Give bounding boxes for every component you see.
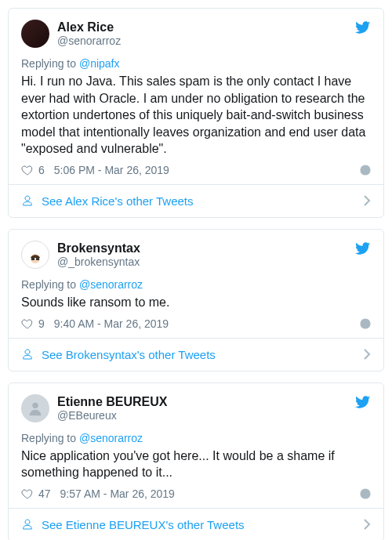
info-icon[interactable] bbox=[360, 318, 371, 329]
twitter-bird-icon[interactable] bbox=[355, 20, 371, 35]
tweet-card: Brokensyntax @_brokensyntax Replying to … bbox=[8, 229, 384, 371]
reply-prefix: Replying to bbox=[21, 57, 79, 70]
see-more-label: See Etienne BEUREUX's other Tweets bbox=[42, 518, 245, 531]
avatar[interactable] bbox=[21, 241, 49, 269]
heart-icon bbox=[21, 164, 34, 176]
tweet-card: Etienne BEUREUX @EBeureux Replying to @s… bbox=[8, 382, 384, 540]
like-button[interactable]: 47 bbox=[21, 487, 60, 500]
chevron-right-icon bbox=[363, 195, 371, 206]
author-block[interactable]: Alex Rice @senorarroz bbox=[57, 20, 121, 48]
meta-row: 47 9:57 AM - Mar 26, 2019 bbox=[21, 487, 371, 500]
info-icon[interactable] bbox=[360, 488, 371, 499]
handle: @EBeureux bbox=[57, 409, 167, 422]
reply-line: Replying to @senorarroz bbox=[21, 278, 371, 291]
svg-rect-4 bbox=[31, 258, 34, 260]
handle: @senorarroz bbox=[57, 34, 121, 48]
handle: @_brokensyntax bbox=[57, 256, 140, 269]
see-more-label: See Alex Rice's other Tweets bbox=[42, 194, 194, 208]
tweet-body: Etienne BEUREUX @EBeureux Replying to @s… bbox=[9, 383, 383, 508]
heart-icon bbox=[21, 317, 34, 330]
timestamp[interactable]: 9:57 AM - Mar 26, 2019 bbox=[60, 487, 175, 500]
meta-row: 6 5:06 PM - Mar 26, 2019 bbox=[21, 164, 371, 176]
reply-line: Replying to @senorarroz bbox=[21, 432, 371, 444]
reply-prefix: Replying to bbox=[21, 432, 79, 444]
tweet-header: Brokensyntax @_brokensyntax bbox=[21, 241, 371, 269]
tweet-header: Etienne BEUREUX @EBeureux bbox=[21, 394, 371, 422]
meta-row: 9 9:40 AM - Mar 26, 2019 bbox=[21, 317, 371, 330]
display-name: Alex Rice bbox=[57, 20, 121, 34]
avatar[interactable] bbox=[21, 394, 49, 422]
reply-mention[interactable]: @senorarroz bbox=[79, 432, 143, 444]
tweet-text: Sounds like ransom to me. bbox=[21, 294, 371, 311]
tweet-body: Brokensyntax @_brokensyntax Replying to … bbox=[9, 230, 383, 338]
like-button[interactable]: 9 bbox=[21, 317, 54, 330]
timestamp[interactable]: 5:06 PM - Mar 26, 2019 bbox=[54, 164, 169, 176]
svg-point-1 bbox=[365, 167, 366, 169]
svg-point-11 bbox=[365, 491, 366, 492]
see-other-tweets-link[interactable]: See Brokensyntax's other Tweets bbox=[9, 338, 383, 371]
tweet-card: Alex Rice @senorarroz Replying to @nipaf… bbox=[8, 8, 384, 218]
author-block[interactable]: Etienne BEUREUX @EBeureux bbox=[57, 394, 167, 422]
twitter-bird-icon[interactable] bbox=[355, 241, 371, 256]
person-icon bbox=[21, 518, 34, 531]
like-button[interactable]: 6 bbox=[21, 164, 54, 176]
svg-point-7 bbox=[365, 321, 366, 322]
tweet-body: Alex Rice @senorarroz Replying to @nipaf… bbox=[9, 9, 383, 184]
display-name: Brokensyntax bbox=[57, 241, 140, 256]
svg-rect-5 bbox=[36, 258, 39, 260]
like-count: 9 bbox=[38, 317, 45, 330]
avatar[interactable] bbox=[21, 20, 49, 48]
tweet-header: Alex Rice @senorarroz bbox=[21, 20, 371, 48]
reply-prefix: Replying to bbox=[21, 278, 79, 291]
reply-mention[interactable]: @senorarroz bbox=[79, 278, 143, 291]
timestamp[interactable]: 9:40 AM - Mar 26, 2019 bbox=[54, 317, 169, 330]
person-icon bbox=[21, 194, 34, 207]
twitter-bird-icon[interactable] bbox=[355, 394, 371, 410]
tweet-text: Nice application you've got here... It w… bbox=[21, 448, 371, 481]
chevron-right-icon bbox=[363, 349, 371, 360]
see-other-tweets-link[interactable]: See Etienne BEUREUX's other Tweets bbox=[9, 508, 383, 540]
reply-mention[interactable]: @nipafx bbox=[79, 57, 120, 70]
like-count: 6 bbox=[38, 164, 45, 176]
like-count: 47 bbox=[38, 487, 51, 500]
tweet-text: Hi. I run no Java. This sales spam is th… bbox=[21, 73, 371, 158]
reply-line: Replying to @nipafx bbox=[21, 57, 371, 70]
svg-point-9 bbox=[32, 402, 38, 408]
svg-rect-12 bbox=[365, 493, 366, 496]
svg-rect-8 bbox=[365, 323, 366, 326]
svg-rect-2 bbox=[365, 169, 366, 172]
heart-icon bbox=[21, 487, 34, 500]
chevron-right-icon bbox=[363, 519, 371, 530]
person-icon bbox=[21, 348, 34, 361]
display-name: Etienne BEUREUX bbox=[57, 394, 167, 409]
see-other-tweets-link[interactable]: See Alex Rice's other Tweets bbox=[9, 184, 383, 217]
see-more-label: See Brokensyntax's other Tweets bbox=[42, 348, 216, 361]
info-icon[interactable] bbox=[360, 165, 371, 176]
author-block[interactable]: Brokensyntax @_brokensyntax bbox=[57, 241, 140, 269]
